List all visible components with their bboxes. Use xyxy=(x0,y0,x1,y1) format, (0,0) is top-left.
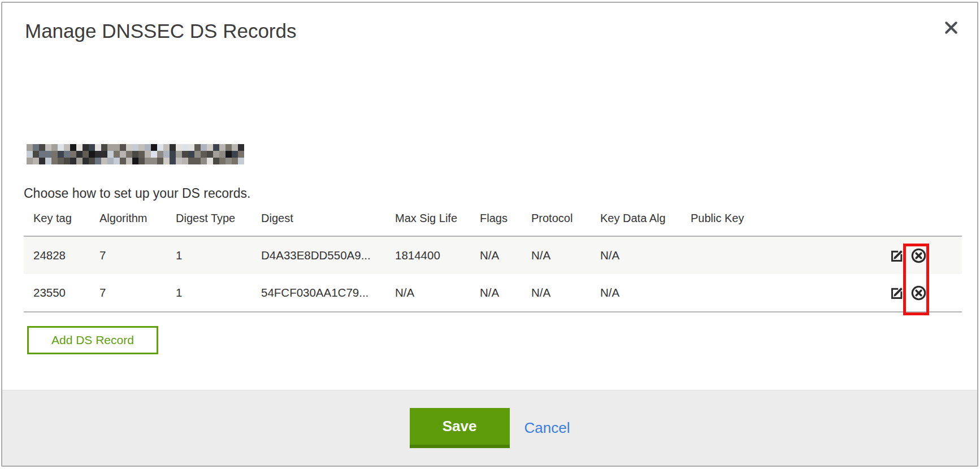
table-row: 24828 7 1 D4A33E8DD550A9... 1814400 N/A … xyxy=(24,236,962,274)
instruction-text: Choose how to set up your DS records. xyxy=(24,186,250,201)
cell-algorithm: 7 xyxy=(90,274,166,312)
x-icon xyxy=(943,20,959,36)
pencil-square-icon xyxy=(890,248,905,263)
cell-digest-type: 1 xyxy=(166,236,251,274)
manage-dnssec-dialog: Manage DNSSEC DS Records Choose how to s… xyxy=(1,2,978,467)
edit-record-button[interactable] xyxy=(890,285,905,301)
close-button[interactable] xyxy=(941,18,961,38)
ds-records-table: Key tag Algorithm Digest Type Digest Max… xyxy=(24,212,962,312)
pencil-square-icon xyxy=(890,285,905,301)
cell-protocol: N/A xyxy=(522,274,591,312)
cell-actions xyxy=(849,236,962,274)
cell-flags: N/A xyxy=(470,236,522,274)
col-header-key-tag: Key tag xyxy=(24,212,90,236)
cell-flags: N/A xyxy=(470,274,522,312)
cell-max-sig-life: N/A xyxy=(385,274,470,312)
cell-protocol: N/A xyxy=(522,236,591,274)
add-ds-record-button[interactable]: Add DS Record xyxy=(27,326,158,354)
table-header-row: Key tag Algorithm Digest Type Digest Max… xyxy=(24,212,962,236)
cell-public-key xyxy=(681,236,849,274)
cell-key-tag: 24828 xyxy=(24,236,90,274)
col-header-algorithm: Algorithm xyxy=(90,212,166,236)
cell-key-data-alg: N/A xyxy=(591,236,681,274)
cell-key-data-alg: N/A xyxy=(591,274,681,312)
col-header-max-sig-life: Max Sig Life xyxy=(385,212,470,236)
circle-x-icon xyxy=(910,285,927,301)
cell-algorithm: 7 xyxy=(90,236,166,274)
dialog-title: Manage DNSSEC DS Records xyxy=(25,20,296,42)
edit-record-button[interactable] xyxy=(890,248,905,263)
save-button[interactable]: Save xyxy=(410,408,510,448)
col-header-protocol: Protocol xyxy=(522,212,591,236)
domain-name-redacted xyxy=(27,144,244,164)
col-header-public-key: Public Key xyxy=(681,212,849,236)
col-header-digest-type: Digest Type xyxy=(166,212,251,236)
cell-key-tag: 23550 xyxy=(24,274,90,312)
col-header-actions xyxy=(849,212,962,236)
cell-digest: D4A33E8DD550A9... xyxy=(251,236,385,274)
cell-max-sig-life: 1814400 xyxy=(385,236,470,274)
col-header-flags: Flags xyxy=(470,212,522,236)
cancel-link[interactable]: Cancel xyxy=(524,419,570,437)
col-header-key-data-alg: Key Data Alg xyxy=(591,212,681,236)
cell-digest: 54FCF030AA1C79... xyxy=(251,274,385,312)
cell-actions xyxy=(849,274,962,312)
cell-public-key xyxy=(681,274,849,312)
delete-record-button[interactable] xyxy=(910,285,927,301)
delete-record-button[interactable] xyxy=(910,247,927,264)
col-header-digest: Digest xyxy=(251,212,385,236)
circle-x-icon xyxy=(910,247,927,264)
dialog-footer: Save Cancel xyxy=(2,390,977,466)
table-row: 23550 7 1 54FCF030AA1C79... N/A N/A N/A … xyxy=(24,274,962,312)
cell-digest-type: 1 xyxy=(166,274,251,312)
